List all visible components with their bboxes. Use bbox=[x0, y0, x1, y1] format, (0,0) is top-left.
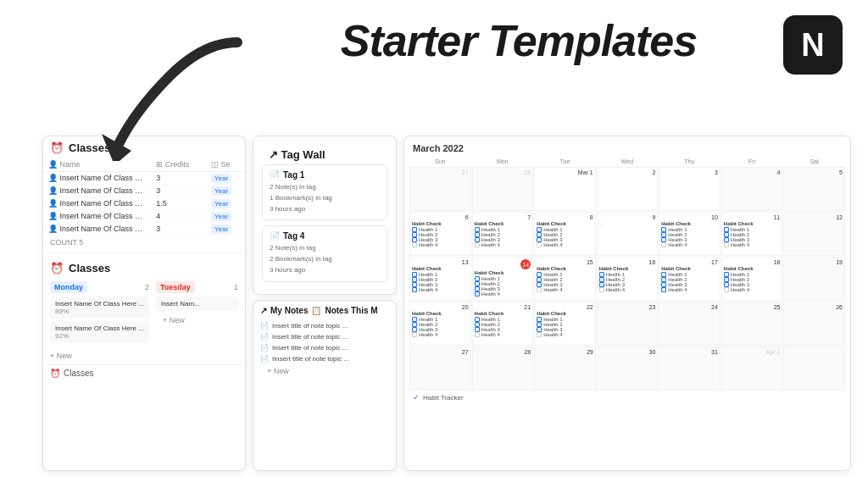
cal-cell: 13 Habit Check Health 1 Health 2 Health … bbox=[409, 257, 471, 301]
cal-cell: 5 bbox=[783, 167, 845, 211]
day-fri: Fri bbox=[721, 157, 783, 166]
habit-block: Habit Check Health 1 Health 2 Health 3 H… bbox=[475, 270, 531, 297]
card-name: Insert Nam... bbox=[161, 300, 233, 308]
calendar-month: March 2022 bbox=[409, 141, 845, 157]
table-row: 👤 Insert Name Of Class Here .... 3 Year bbox=[43, 172, 245, 185]
habit-item: Health 4 bbox=[661, 242, 718, 247]
cal-cell: 20 Habit Check Health 1 Health 2 Health … bbox=[409, 302, 471, 346]
habit-block: Habit Check Health 1 Health 2 Health 3 H… bbox=[724, 221, 781, 247]
tag-meta-4: 2 Note(s) in tag 2 Bookmark(s) in tag 3 … bbox=[270, 243, 380, 275]
habit-item: Health 4 bbox=[475, 332, 531, 337]
habit-tracker-label: Habit Tracker bbox=[423, 394, 464, 402]
left-panel: ⏰ Classes 👤 Name ⊞ Credits ◫ Se 👤 Insert bbox=[42, 136, 246, 471]
doc-icon2: 📄 bbox=[270, 231, 280, 241]
cell-sem: Year bbox=[206, 210, 245, 223]
cal-cell: Apr 1 bbox=[721, 347, 783, 391]
calendar-grid: Sun Mon Tue Wed Thu Fri Sat 27 28 Mar 1 … bbox=[409, 157, 845, 391]
cell-credits: 1.5 bbox=[151, 197, 206, 210]
checkmark-icon: ✓ bbox=[413, 393, 420, 402]
cell-credits: 3 bbox=[151, 172, 206, 185]
note-item-2: 📄 Insert title of note topic ... bbox=[260, 331, 389, 342]
board-card: Insert Nam... bbox=[156, 297, 238, 311]
classes-board-header: ⏰ Classes bbox=[43, 257, 245, 278]
board-card: Insert Name Of Class Here ... 89% bbox=[50, 297, 149, 319]
person-icon: 👤 bbox=[48, 225, 58, 233]
habit-block: Habit Check Health 1 Health 2 Health 3 H… bbox=[475, 221, 531, 247]
cal-cell: 22 Habit Check Health 1 Health 2 Health … bbox=[534, 302, 596, 346]
cell-name: 👤 Insert Name Of Class Here .... bbox=[43, 223, 151, 236]
day-tue: Tue bbox=[534, 157, 596, 166]
cal-cell: Mar 1 bbox=[534, 167, 596, 211]
cal-cell: 23 bbox=[597, 302, 659, 346]
table-row: 👤 Insert Name Of Class Here .... 1.5 Yea… bbox=[43, 197, 245, 210]
cal-cell: 18 Habit Check Health 1 Health 2 Health … bbox=[721, 257, 783, 301]
cal-cell: 25 bbox=[721, 302, 783, 346]
notes-icon: 📋 bbox=[311, 306, 321, 315]
habit-item: Health 4 bbox=[599, 287, 656, 292]
habit-item: Health 4 bbox=[475, 291, 531, 297]
cal-cell: 15 Habit Check Health 1 Health 2 Health … bbox=[534, 257, 596, 301]
panels-area: ⏰ Classes 👤 Name ⊞ Credits ◫ Se 👤 Insert bbox=[42, 136, 851, 471]
cell-name: 👤 Insert Name Of Class Here .... bbox=[43, 210, 151, 223]
today-marker: 14 bbox=[520, 259, 531, 269]
habit-item: Health 4 bbox=[537, 332, 593, 337]
table-row: 👤 Insert Name Of Class Here .... 4 Year bbox=[43, 210, 245, 223]
table-row: 👤 Insert Name Of Class Here .... 3 Year bbox=[43, 223, 245, 236]
main-title: Starter Templates bbox=[254, 17, 783, 65]
person-icon: 👤 bbox=[48, 199, 58, 208]
classes-table: 👤 Name ⊞ Credits ◫ Se 👤 Insert Name Of C… bbox=[43, 158, 245, 236]
cal-cell: 19 bbox=[783, 257, 845, 301]
habit-block: Habit Check Health 1 Health 2 Health 3 H… bbox=[412, 266, 469, 292]
board-view: Monday 2 Insert Name Of Class Here ... 8… bbox=[43, 278, 245, 349]
habit-item: Health 4 bbox=[412, 242, 469, 247]
table-count: COUNT 5 bbox=[43, 236, 245, 249]
board-columns: Monday 2 Insert Name Of Class Here ... 8… bbox=[50, 281, 238, 346]
table-row: 👤 Insert Name Of Class Here .... 3 Year bbox=[43, 185, 245, 197]
cal-cell: 9-- bbox=[597, 212, 659, 256]
habit-item: Health 4 bbox=[724, 242, 781, 247]
note-item-3: 📄 Insert title of note topic ... bbox=[260, 342, 389, 353]
habit-block: Habit Check Health 1 Health 2 Health 3 H… bbox=[412, 221, 469, 247]
cell-credits: 4 bbox=[151, 210, 206, 223]
clock-icon: ⏰ bbox=[50, 141, 64, 154]
cal-cell: 30 bbox=[597, 347, 659, 391]
page-title-area: Starter Templates bbox=[254, 17, 783, 65]
tag-title-4: 📄 Tag 4 bbox=[270, 231, 380, 241]
cal-cell: 24 bbox=[659, 302, 721, 346]
cal-cell: 17 Habit Check Health 1 Health 2 Health … bbox=[659, 257, 721, 301]
person-icon: 👤 bbox=[48, 212, 58, 220]
tag-meta-1: 2 Note(s) in tag 1 Bookmark(s) in tag 3 … bbox=[270, 182, 380, 214]
classes-footer: ⏰ Classes bbox=[43, 364, 245, 381]
tag-title-1: 📄 Tag 1 bbox=[270, 170, 380, 180]
tag-card-4: 📄 Tag 4 2 Note(s) in tag 2 Bookmark(s) i… bbox=[262, 225, 387, 281]
cell-sem: Year bbox=[206, 197, 245, 210]
notes-add-new[interactable]: + New bbox=[260, 364, 389, 378]
doc-icon5: 📄 bbox=[260, 344, 269, 352]
tag-card-1: 📄 Tag 1 2 Note(s) in tag 1 Bookmark(s) i… bbox=[262, 164, 387, 220]
cal-cell: 11 Habit Check Health 1 Health 2 Health … bbox=[721, 212, 783, 256]
habit-block: Habit Check Health 1 Health 2 Health 3 H… bbox=[599, 266, 656, 292]
cal-cell: 12 bbox=[783, 212, 845, 256]
monday-label: Monday bbox=[50, 281, 87, 293]
tuesday-header: Tuesday 1 bbox=[156, 281, 238, 293]
add-new-button[interactable]: + New bbox=[156, 313, 238, 327]
habit-block: Habit Check Health 1 Health 2 Health 3 H… bbox=[537, 266, 593, 292]
board-card: Insert Name Of Class Here ... 92% bbox=[50, 321, 149, 343]
person-icon: 👤 bbox=[48, 160, 58, 169]
cell-name: 👤 Insert Name Of Class Here .... bbox=[43, 172, 151, 185]
cell-name: 👤 Insert Name Of Class Here .... bbox=[43, 197, 151, 210]
day-sun: Sun bbox=[409, 157, 471, 166]
cal-cell: 3 bbox=[659, 167, 721, 211]
cal-cell: 8 Habit Check Health 1 Health 2 Health 3… bbox=[534, 212, 596, 256]
day-mon: Mon bbox=[472, 157, 534, 166]
calendar-panel: March 2022 Sun Mon Tue Wed Thu Fri Sat 2… bbox=[403, 136, 851, 471]
add-new-board[interactable]: + New bbox=[43, 349, 245, 363]
cell-sem: Year bbox=[206, 172, 245, 185]
habit-item: Health 4 bbox=[724, 287, 781, 292]
cell-name: 👤 Insert Name Of Class Here .... bbox=[43, 185, 151, 197]
cal-cell: 16 Habit Check Health 1 Health 2 Health … bbox=[597, 257, 659, 301]
tuesday-count: 1 bbox=[234, 283, 238, 291]
doc-icon6: 📄 bbox=[260, 355, 269, 363]
card-name: Insert Name Of Class Here ... bbox=[55, 300, 144, 308]
habit-block: Habit Check Health 1 Health 2 Health 3 H… bbox=[537, 311, 593, 337]
